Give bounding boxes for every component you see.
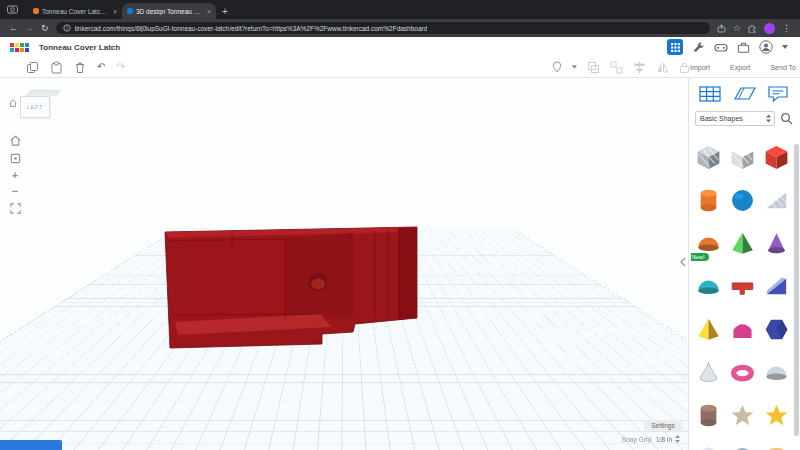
- workplane-pin-icon[interactable]: [552, 61, 562, 74]
- yellow-pyramid-shape-icon[interactable]: [693, 314, 723, 344]
- clipped-shape-icon[interactable]: [693, 443, 723, 450]
- select-arrows-icon: [675, 435, 680, 443]
- back-icon[interactable]: ←: [9, 24, 18, 33]
- export-button[interactable]: Export: [730, 64, 750, 71]
- notes-tool-icon[interactable]: [766, 84, 790, 104]
- site-info-icon[interactable]: [63, 24, 71, 32]
- model-3d[interactable]: [150, 218, 430, 438]
- design-title[interactable]: Tonneau Cover Latch: [39, 43, 120, 52]
- browser-profile-avatar[interactable]: [764, 23, 775, 34]
- view-cube-area: LEFT: [8, 90, 58, 126]
- panel-scrollbar[interactable]: [794, 140, 799, 446]
- paste-icon[interactable]: [50, 61, 63, 74]
- delete-icon[interactable]: [74, 61, 86, 74]
- shape-category-select[interactable]: Basic Shapes: [695, 111, 775, 126]
- share-icon[interactable]: [717, 24, 726, 33]
- paraboloid-shape-icon[interactable]: [693, 357, 723, 387]
- zoom-out-button[interactable]: −: [12, 186, 18, 197]
- red-connector-shape-icon[interactable]: [727, 271, 757, 301]
- torus-shape-icon[interactable]: [727, 357, 757, 387]
- select-arrows-icon: [766, 114, 771, 123]
- app-header: Tonneau Cover Latch: [0, 37, 800, 57]
- browser-menu-icon[interactable]: ⋮: [782, 24, 791, 33]
- canvas-nav-controls: + −: [8, 134, 22, 215]
- shapes-panel: Basic Shapes New!: [688, 78, 800, 450]
- apps-grid-button[interactable]: [667, 39, 683, 55]
- new-tab-button[interactable]: +: [222, 7, 228, 17]
- tinkercad-logo[interactable]: [10, 43, 29, 52]
- zoom-in-button[interactable]: +: [12, 170, 18, 181]
- browser-tab-1[interactable]: Tonneau Cover Latch-Free ×: [28, 3, 122, 19]
- view-cube[interactable]: LEFT: [20, 90, 56, 118]
- browser-tab-2[interactable]: 3D design Tonneau Cover Latc ×: [122, 3, 216, 19]
- undo-icon[interactable]: ↶: [97, 62, 105, 72]
- sphere-shape-icon[interactable]: [727, 185, 757, 215]
- yellow-star-shape-icon[interactable]: [761, 400, 791, 430]
- red-box-shape-icon[interactable]: [761, 142, 791, 172]
- textured-cylinder-shape-icon[interactable]: [693, 400, 723, 430]
- edit-toolbar: ↶ ↷ Import Export Send To: [0, 57, 800, 78]
- hexagonal-prism-shape-icon[interactable]: [761, 314, 791, 344]
- tan-star-shape-icon[interactable]: [727, 400, 757, 430]
- lock-icon[interactable]: [679, 61, 690, 74]
- fit-view-button[interactable]: [9, 202, 22, 215]
- snap-grid-label: Snap Grid: [622, 436, 651, 443]
- flip-icon[interactable]: [656, 61, 669, 74]
- cylinder-shape-icon[interactable]: [693, 185, 723, 215]
- teal-dome-shape-icon[interactable]: [693, 271, 723, 301]
- tools-icon[interactable]: [692, 41, 705, 54]
- ruler-tool-icon[interactable]: [732, 84, 758, 104]
- design-canvas[interactable]: LEFT + − Settings Snap Grid 1/8 in: [0, 78, 688, 450]
- panel-collapse-button[interactable]: [678, 250, 688, 274]
- align-icon[interactable]: [633, 61, 646, 74]
- extensions-icon[interactable]: [748, 24, 757, 33]
- chevron-down-icon[interactable]: [572, 65, 577, 69]
- workplane-tool-icon[interactable]: [697, 84, 723, 104]
- round-roof-shape-icon[interactable]: [727, 314, 757, 344]
- address-bar[interactable]: tinkercad.com/things/6lj0iupSuGI-tonneau…: [56, 22, 710, 34]
- purple-cone-shape-icon[interactable]: [761, 228, 791, 258]
- forward-icon[interactable]: →: [25, 24, 34, 33]
- home-view-icon[interactable]: [8, 98, 18, 108]
- tab-favicon: [127, 8, 133, 14]
- green-pyramid-shape-icon[interactable]: [727, 228, 757, 258]
- redo-icon[interactable]: ↷: [116, 62, 124, 72]
- shapes-grid: New!: [691, 142, 793, 450]
- clipped-shape-icon[interactable]: [761, 443, 791, 450]
- controller-icon[interactable]: [714, 41, 728, 54]
- half-sphere-shape-icon[interactable]: New!: [693, 228, 723, 258]
- import-button[interactable]: Import: [690, 64, 710, 71]
- send-to-button[interactable]: Send To: [770, 64, 796, 71]
- hatched-wedge-shape-icon[interactable]: [761, 185, 791, 215]
- box-shape-icon[interactable]: [693, 142, 723, 172]
- bookmark-star-icon[interactable]: ☆: [733, 24, 741, 33]
- url-text: tinkercad.com/things/6lj0iupSuGI-tonneau…: [75, 25, 428, 32]
- home-button[interactable]: [9, 134, 22, 147]
- chevron-down-icon[interactable]: [782, 45, 788, 49]
- snap-grid-select[interactable]: 1/8 in: [656, 435, 680, 443]
- status-snackbar: [0, 440, 62, 450]
- grid-icon: [671, 43, 680, 52]
- account-avatar-icon[interactable]: [759, 40, 773, 54]
- copy-icon[interactable]: [26, 61, 39, 74]
- tab-favicon: [33, 8, 39, 14]
- view-cube-top-face[interactable]: [26, 90, 61, 96]
- box-transparent-shape-icon[interactable]: [727, 142, 757, 172]
- view-mode-button[interactable]: [9, 152, 22, 165]
- settings-button[interactable]: Settings: [644, 420, 682, 431]
- search-icon[interactable]: [780, 112, 793, 125]
- group-icon[interactable]: [587, 61, 600, 74]
- clipped-shape-icon[interactable]: [727, 443, 757, 450]
- blue-wedge-shape-icon[interactable]: [761, 271, 791, 301]
- screen-capture-icon[interactable]: [7, 4, 18, 14]
- snap-grid-control: Snap Grid 1/8 in: [622, 435, 680, 443]
- gray-dome-shape-icon[interactable]: [761, 357, 791, 387]
- new-badge: New!: [691, 253, 709, 261]
- view-cube-front-face[interactable]: LEFT: [20, 96, 50, 118]
- briefcase-icon[interactable]: [737, 41, 750, 54]
- tab-close-icon[interactable]: ×: [113, 8, 117, 15]
- browser-toolbar: ← → ↻ tinkercad.com/things/6lj0iupSuGI-t…: [0, 19, 800, 37]
- reload-icon[interactable]: ↻: [41, 24, 49, 33]
- ungroup-icon[interactable]: [610, 61, 623, 74]
- tab-close-icon[interactable]: ×: [207, 8, 211, 15]
